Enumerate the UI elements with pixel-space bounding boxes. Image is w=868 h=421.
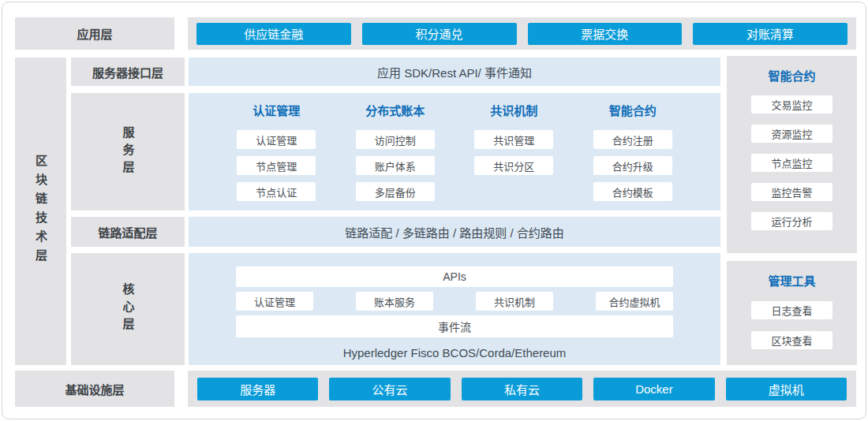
interface-layer-content: 应用 SDK/Rest API/ 事件通知	[189, 58, 720, 86]
core-module: 认证管理	[236, 292, 313, 311]
side-panel-smart-contract-title: 智能合约	[727, 69, 857, 84]
service-layer-label: 服务层	[120, 126, 137, 178]
core-module: 共识机制	[476, 292, 553, 311]
architecture-diagram: 应用层 供应链金融 积分通兑 票据交换 对账清算 区块链技术层 服务器接口层 服…	[2, 2, 866, 419]
service-item: 认证管理	[237, 130, 316, 149]
core-module: 账本服务	[356, 292, 433, 311]
service-item: 访问控制	[356, 130, 435, 149]
infra-layer-label: 基础设施层	[15, 371, 174, 407]
app-layer-strip: 供应链金融 积分通兑 票据交换 对账清算	[188, 17, 856, 50]
side-panel-item: 节点监控	[751, 154, 832, 172]
side-panel-smart-contract: 智能合约 交易监控 资源监控 节点监控 监控告警 运行分析	[727, 56, 857, 253]
core-layer-panel: APIs 认证管理 账本服务 共识机制 合约虚拟机 事件流 Hyperledge…	[189, 253, 720, 365]
core-event-bar: 事件流	[236, 315, 673, 337]
service-column-consensus: 共识机制 共识管理 共识分区	[455, 103, 574, 210]
link-layer-label: 链路适配层	[71, 217, 185, 247]
service-column-auth-title: 认证管理	[217, 103, 336, 119]
infra-block-public-cloud: 公有云	[329, 378, 450, 401]
service-item: 账户体系	[356, 156, 435, 175]
side-panel-management-tools: 管理工具 日志查看 区块查看	[727, 261, 857, 365]
core-module: 合约虚拟机	[596, 292, 673, 311]
core-modules-row: 认证管理 账本服务 共识机制 合约虚拟机	[236, 292, 673, 311]
side-panel-item: 监控告警	[751, 183, 832, 201]
tech-layer-label-box: 区块链技术层	[15, 58, 66, 365]
infra-layer-strip: 服务器 公有云 私有云 Docker 虚拟机	[188, 371, 856, 407]
app-block-reconciliation: 对账清算	[693, 23, 847, 45]
infra-block-private-cloud: 私有云	[462, 378, 582, 401]
app-block-points-exchange: 积分通兑	[362, 23, 517, 45]
service-column-ledger-title: 分布式账本	[336, 103, 455, 119]
service-item: 共识管理	[474, 130, 553, 149]
side-panel-management-tools-title: 管理工具	[727, 274, 857, 289]
service-column-auth: 认证管理 认证管理 节点管理 节点认证	[217, 103, 336, 210]
service-item: 合约模板	[593, 182, 672, 201]
interface-layer-label: 服务器接口层	[71, 58, 185, 86]
app-block-supply-chain-finance: 供应链金融	[196, 23, 351, 45]
service-item: 合约注册	[593, 130, 672, 149]
side-panel-item: 交易监控	[751, 95, 832, 114]
core-apis-bar: APIs	[236, 266, 673, 287]
service-item: 共识分区	[474, 156, 553, 175]
core-layer-label-box: 核心层	[71, 253, 185, 365]
side-panel-item: 日志查看	[751, 301, 832, 319]
infra-block-server: 服务器	[197, 378, 318, 401]
service-layer-label-box: 服务层	[71, 93, 185, 210]
app-block-bill-exchange: 票据交换	[528, 23, 683, 45]
core-platforms-text: Hyperledger Fisco BCOS/Corda/Ethereum	[236, 346, 673, 360]
service-item: 节点管理	[237, 156, 316, 175]
side-panel-item: 区块查看	[751, 331, 832, 349]
service-column-contract-title: 智能合约	[574, 103, 693, 119]
service-column-contract: 智能合约 合约注册 合约升级 合约模板	[574, 103, 693, 210]
core-layer-label: 核心层	[120, 283, 137, 335]
service-item: 节点认证	[237, 182, 316, 201]
service-layer-panel: 认证管理 认证管理 节点管理 节点认证 分布式账本 访问控制 账户体系 多层备份…	[189, 93, 720, 210]
service-item: 合约升级	[593, 156, 672, 175]
service-column-consensus-title: 共识机制	[455, 103, 574, 119]
tech-layer-label: 区块链技术层	[32, 155, 49, 268]
link-layer-content: 链路适配 / 多链路由 / 路由规则 / 合约路由	[189, 217, 720, 247]
service-column-ledger: 分布式账本 访问控制 账户体系 多层备份	[336, 103, 455, 210]
infra-block-vm: 虚拟机	[726, 378, 847, 401]
app-layer-label: 应用层	[15, 17, 174, 50]
side-panel-item: 运行分析	[751, 212, 832, 230]
infra-block-docker: Docker	[593, 378, 714, 401]
service-item: 多层备份	[356, 182, 435, 201]
side-panel-item: 资源监控	[751, 125, 832, 143]
